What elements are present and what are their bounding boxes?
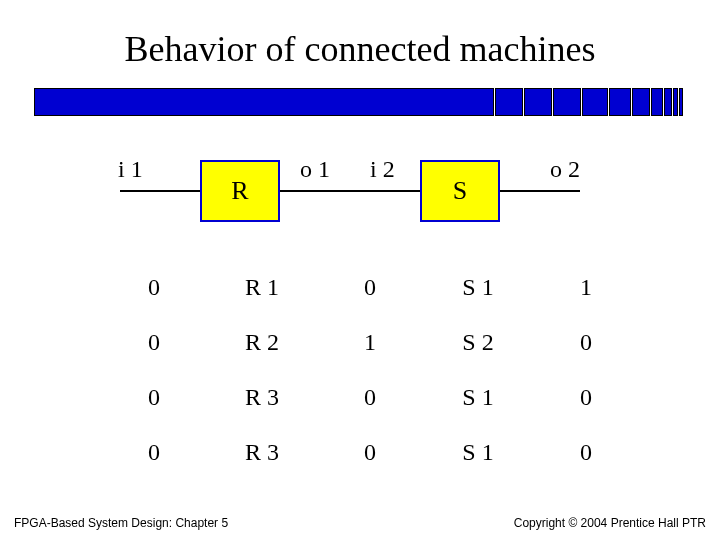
label-o1: o 1 (300, 156, 330, 183)
cell-o2: 0 (532, 439, 640, 466)
cell-mid: 1 (316, 329, 424, 356)
rule-box (582, 88, 608, 116)
decorative-rule (34, 88, 690, 116)
rule-bar-boxes (494, 88, 683, 116)
cell-rstate: R 1 (208, 274, 316, 301)
cell-o2: 1 (532, 274, 640, 301)
label-i2: i 2 (370, 156, 395, 183)
rule-box (495, 88, 523, 116)
wire-i1 (120, 190, 200, 192)
box-s-label: S (453, 176, 467, 206)
cell-o2: 0 (532, 329, 640, 356)
state-table: 0 R 1 0 S 1 1 0 R 2 1 S 2 0 0 R 3 0 S 1 … (100, 260, 640, 480)
cell-i1: 0 (100, 439, 208, 466)
box-r-label: R (231, 176, 248, 206)
footer-right: Copyright © 2004 Prentice Hall PTR (514, 516, 706, 530)
rule-box (679, 88, 683, 116)
cell-rstate: R 2 (208, 329, 316, 356)
rule-box (609, 88, 631, 116)
label-i1: i 1 (118, 156, 143, 183)
table-row: 0 R 3 0 S 1 0 (100, 425, 640, 480)
rule-box (664, 88, 672, 116)
table-row: 0 R 1 0 S 1 1 (100, 260, 640, 315)
block-diagram: R S i 1 o 1 i 2 o 2 (0, 150, 720, 240)
rule-box (632, 88, 650, 116)
rule-box (651, 88, 663, 116)
cell-mid: 0 (316, 384, 424, 411)
page-title: Behavior of connected machines (0, 0, 720, 70)
rule-box (673, 88, 678, 116)
wire-o1-i2 (280, 190, 420, 192)
wire-o2 (500, 190, 580, 192)
rule-bar-main (34, 88, 494, 116)
cell-sstate: S 2 (424, 329, 532, 356)
label-o2: o 2 (550, 156, 580, 183)
box-r: R (200, 160, 280, 222)
cell-o2: 0 (532, 384, 640, 411)
cell-i1: 0 (100, 384, 208, 411)
rule-box (553, 88, 581, 116)
cell-rstate: R 3 (208, 439, 316, 466)
cell-sstate: S 1 (424, 384, 532, 411)
rule-box (524, 88, 552, 116)
cell-rstate: R 3 (208, 384, 316, 411)
cell-i1: 0 (100, 329, 208, 356)
cell-sstate: S 1 (424, 439, 532, 466)
cell-sstate: S 1 (424, 274, 532, 301)
cell-i1: 0 (100, 274, 208, 301)
box-s: S (420, 160, 500, 222)
cell-mid: 0 (316, 274, 424, 301)
footer-left: FPGA-Based System Design: Chapter 5 (14, 516, 228, 530)
table-row: 0 R 2 1 S 2 0 (100, 315, 640, 370)
table-row: 0 R 3 0 S 1 0 (100, 370, 640, 425)
cell-mid: 0 (316, 439, 424, 466)
